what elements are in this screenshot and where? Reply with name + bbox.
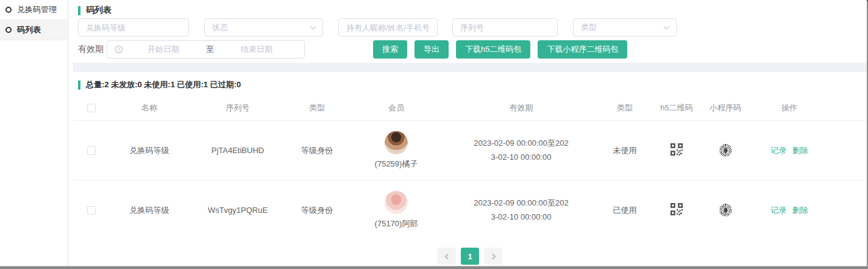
clock-icon: [115, 45, 123, 54]
status-select[interactable]: 状态: [204, 18, 323, 37]
serial-input[interactable]: [452, 18, 558, 37]
sidebar-item-code-list[interactable]: 码列表: [0, 20, 67, 40]
table-header-row: 名称 序列号 类型 会员 有效期 类型 h5二维码 小程序码 操作: [73, 96, 867, 120]
level-input[interactable]: [78, 18, 189, 37]
validity-label: 有效期: [78, 44, 107, 55]
export-button[interactable]: 导出: [414, 40, 449, 59]
row-checkbox[interactable]: [87, 206, 96, 215]
header-name: 名称: [110, 102, 189, 113]
search-button[interactable]: 搜索: [373, 40, 407, 59]
cell-actions: 记录 删除: [750, 205, 829, 216]
row-checkbox[interactable]: [87, 146, 96, 155]
h5-qr-code-icon[interactable]: [671, 143, 683, 156]
filter-panel: 码列表 状态 类型 有效期 开始日期 至: [73, 0, 867, 63]
header-actions: 操作: [750, 102, 829, 113]
circle-icon: [5, 7, 12, 13]
header-status: 类型: [597, 102, 652, 113]
pagination: 1: [73, 248, 867, 265]
sidebar-item-label: 码列表: [17, 24, 41, 35]
table-row: 兑换码等级 WsTvgy1PQRuE 等级身份 (75170)阿部 2023-0…: [73, 180, 867, 240]
miniprogram-code-icon[interactable]: [719, 204, 732, 217]
header-validity: 有效期: [445, 102, 597, 113]
cell-name: 兑换码等级: [110, 205, 189, 216]
cell-validity: 2023-02-09 00:00:00至202 3-02-10 00:00:00: [445, 196, 597, 223]
start-date-placeholder: 开始日期: [123, 44, 204, 55]
cell-type: 等级身份: [286, 145, 347, 156]
download-miniprogram-qr-button[interactable]: 下载小程序二维码包: [538, 40, 627, 59]
cell-serial: PjTA4EtiBUHD: [189, 146, 286, 155]
table-row: 兑换码等级 PjTA4EtiBUHD 等级身份 (75259)橘子 2023-0…: [73, 120, 867, 180]
type-select[interactable]: 类型: [573, 18, 677, 37]
h5-qr-code-icon[interactable]: [671, 203, 683, 215]
cell-status: 未使用: [597, 145, 652, 156]
summary-text: 总量:2 未发放:0 未使用:1 已使用:1 已过期:0: [86, 79, 241, 90]
member-name: (75170)阿部: [375, 218, 418, 229]
record-link[interactable]: 记录: [770, 206, 786, 215]
chevron-left-icon: [444, 253, 450, 259]
cell-serial: WsTvgy1PQRuE: [189, 206, 286, 215]
summary-bar: 总量:2 未发放:0 未使用:1 已使用:1 已过期:0: [73, 72, 867, 96]
cell-actions: 记录 删除: [750, 145, 829, 156]
date-separator: 至: [204, 44, 216, 55]
header-serial: 序列号: [189, 102, 286, 113]
chevron-down-icon: [310, 24, 316, 30]
circle-icon: [5, 27, 12, 33]
type-select-placeholder: 类型: [581, 22, 597, 33]
table-panel: 总量:2 未发放:0 未使用:1 已使用:1 已过期:0 名称 序列号 类型 会…: [73, 72, 867, 266]
download-h5-qr-button[interactable]: 下载h5二维码包: [456, 40, 530, 59]
main-content: 码列表 状态 类型 有效期 开始日期 至: [73, 0, 867, 266]
chevron-down-icon: [664, 24, 670, 30]
header-h5-qr: h5二维码: [652, 102, 701, 113]
title-accent-bar: [78, 6, 80, 15]
select-all-checkbox[interactable]: [87, 104, 96, 112]
avatar: [385, 191, 408, 214]
delete-link[interactable]: 删除: [792, 146, 808, 155]
avatar: [385, 131, 408, 154]
prev-page-button[interactable]: [438, 248, 456, 265]
sidebar: 兑换码管理 码列表: [0, 0, 67, 266]
header-member: 会员: [347, 102, 445, 113]
cell-type: 等级身份: [286, 205, 347, 216]
filter-row-1: 状态 类型: [78, 18, 677, 37]
summary-accent-bar: [78, 81, 80, 90]
status-select-placeholder: 状态: [212, 22, 228, 33]
sidebar-divider: [68, 0, 68, 266]
holder-input[interactable]: [338, 18, 438, 37]
miniprogram-code-icon[interactable]: [719, 144, 732, 157]
delete-link[interactable]: 删除: [792, 206, 808, 215]
cell-name: 兑换码等级: [110, 145, 189, 156]
horizontal-scrollbar[interactable]: [0, 266, 868, 269]
cell-status: 已使用: [597, 205, 652, 216]
sidebar-item-code-manage[interactable]: 兑换码管理: [0, 0, 67, 20]
end-date-placeholder: 结束日期: [216, 44, 297, 55]
panel-gap: [73, 63, 867, 72]
cell-validity: 2023-02-09 00:00:00至202 3-02-10 00:00:00: [445, 137, 597, 163]
member-name: (75259)橘子: [375, 159, 418, 170]
member-cell: (75170)阿部: [347, 191, 445, 229]
chevron-right-icon: [489, 253, 496, 259]
page-1-button[interactable]: 1: [461, 248, 479, 265]
record-link[interactable]: 记录: [770, 146, 786, 155]
panel-title: 码列表: [73, 0, 867, 16]
filter-row-2: 有效期 开始日期 至 结束日期 搜索 导出 下载h5二维码包 下载小程序二维码包: [78, 40, 627, 59]
sidebar-item-label: 兑换码管理: [17, 4, 57, 15]
date-range-picker[interactable]: 开始日期 至 结束日期: [107, 40, 305, 59]
member-cell: (75259)橘子: [347, 131, 445, 170]
header-type: 类型: [286, 102, 347, 113]
next-page-button[interactable]: [484, 248, 502, 265]
page-title: 码列表: [86, 5, 112, 16]
header-mp-qr: 小程序码: [701, 102, 750, 113]
